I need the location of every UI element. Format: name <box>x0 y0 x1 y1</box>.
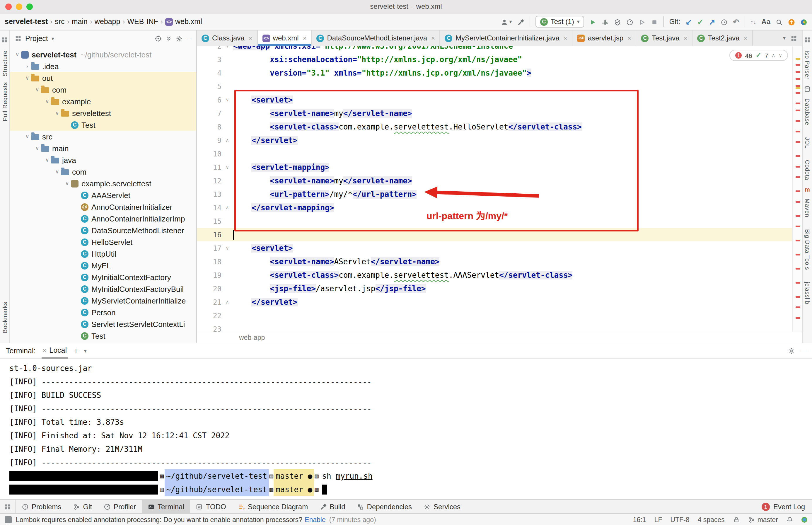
code-line-19[interactable]: 19 <servlet-class>com.example.servelette… <box>197 268 793 282</box>
inspections-widget[interactable]: ! 46 ✓ 7 ∧ ∨ <box>729 50 788 61</box>
run-button[interactable] <box>590 17 597 26</box>
tree-item-servelettest[interactable]: ∨servelettest <box>10 107 196 119</box>
terminal-settings-icon[interactable] <box>788 347 795 355</box>
tree-item-servelet-test[interactable]: ∨servelet-test~/github/servelet-test <box>10 49 196 60</box>
caret-position-widget[interactable]: 16:1 <box>633 516 646 523</box>
tool-window-switcher[interactable] <box>0 500 16 513</box>
tree-toggle[interactable]: ∨ <box>53 169 61 175</box>
code-line-11[interactable]: 11∨ <servlet-mapping> <box>197 161 793 174</box>
locate-file-button[interactable] <box>155 35 162 42</box>
tool-window-grid-icon[interactable] <box>1 34 8 45</box>
tree-toggle[interactable]: › <box>24 63 31 69</box>
code-line-18[interactable]: 18 <servlet-name>AServlet</servlet-name> <box>197 255 793 268</box>
code-line-21[interactable]: 21∧ </servlet> <box>197 295 793 309</box>
command-link[interactable]: myrun.sh <box>336 469 372 483</box>
settings-gear-icon[interactable] <box>176 35 183 42</box>
tool-strip-pull-requests[interactable]: Pull Requests <box>1 82 8 121</box>
tree-item-src[interactable]: ∨src <box>10 131 196 142</box>
breadcrumb-item[interactable]: servelet-test <box>5 18 48 26</box>
hidden-tabs-chevron[interactable]: ▾ <box>783 35 786 41</box>
statusbar-services[interactable]: Services <box>418 500 466 513</box>
breadcrumb-item[interactable]: WEB-INF <box>127 18 158 26</box>
encoding-widget[interactable]: UTF-8 <box>670 516 689 523</box>
editor-tab-Class-java[interactable]: CClass.java× <box>197 30 258 46</box>
code-line-8[interactable]: 8 <servlet-class>com.example.servelettes… <box>197 120 793 134</box>
statusbar-git[interactable]: Git <box>67 500 98 513</box>
tree-toggle[interactable]: ∨ <box>63 180 71 186</box>
breadcrumb-item[interactable]: main <box>72 18 88 26</box>
fold-marker[interactable]: ∨ <box>222 165 233 170</box>
code-line-3[interactable]: 3 xsi:schemaLocation="http://xmlns.jcp.o… <box>197 53 793 66</box>
tool-strip-database[interactable]: Database <box>804 85 811 131</box>
close-icon[interactable]: × <box>628 34 631 42</box>
code-line-5[interactable]: 5 <box>197 80 793 93</box>
debug-button[interactable] <box>602 17 609 26</box>
tool-strip-big-data-tools[interactable]: Big Data Tools <box>804 223 811 276</box>
fold-marker[interactable]: ∨ <box>222 97 233 103</box>
statusbar-dependencies[interactable]: Dependencies <box>351 500 418 513</box>
close-icon[interactable]: × <box>563 34 567 42</box>
close-icon[interactable]: × <box>431 34 435 42</box>
minimize-panel-button[interactable]: ─ <box>801 347 806 355</box>
tree-item-MyInitialContextFactoryBuil[interactable]: CMyInitialContextFactoryBuil <box>10 283 196 295</box>
editor-breadcrumb[interactable]: web-app <box>239 334 265 341</box>
tree-toggle[interactable]: ∨ <box>24 134 31 139</box>
tree-item-example-servelettest[interactable]: ∨example.servelettest <box>10 178 196 189</box>
close-icon[interactable]: × <box>43 347 46 354</box>
code-line-6[interactable]: 6∨ <servlet> <box>197 93 793 107</box>
tree-item-DataSourceMethodListener[interactable]: CDataSourceMethodListener <box>10 224 196 236</box>
terminal-tab-local[interactable]: × Local <box>41 343 68 359</box>
tree-item-MyEL[interactable]: CMyEL <box>10 259 196 271</box>
stop-button[interactable] <box>651 17 658 26</box>
editor-tab-MyServletContainerInitializer-java[interactable]: CMyServletContainerInitializer.java× <box>440 30 573 46</box>
tree-item-out[interactable]: ∨out <box>10 72 196 84</box>
close-icon[interactable]: × <box>303 34 307 42</box>
sort-icon[interactable]: ↑↓ <box>750 18 756 25</box>
run-config-selector[interactable]: C Test (1) ▾ <box>536 16 584 28</box>
tool-strip-jol[interactable]: JOL <box>804 131 811 154</box>
close-icon[interactable]: × <box>684 34 688 42</box>
git-commit-button[interactable]: ✓ <box>697 17 704 26</box>
fold-marker[interactable]: ∧ <box>222 205 233 210</box>
notification-action-link[interactable]: Enable <box>305 516 326 523</box>
tool-strip-structure[interactable]: Structure <box>1 50 8 76</box>
tree-toggle[interactable]: ∨ <box>14 51 21 57</box>
translate-button[interactable]: Aa <box>761 18 770 26</box>
tree-item-main[interactable]: ∨main <box>10 142 196 154</box>
event-log-button[interactable]: 1 Event Log <box>755 500 812 513</box>
code-line-20[interactable]: 20 <jsp-file>/aservlet.jsp</jsp-file> <box>197 282 793 295</box>
tree-item-HttpUtil[interactable]: CHttpUtil <box>10 248 196 259</box>
fold-marker[interactable]: ∨ <box>222 245 233 251</box>
tree-item-Test[interactable]: CTest <box>10 330 196 342</box>
fold-marker[interactable]: ∧ <box>222 138 233 143</box>
tree-toggle[interactable]: ∨ <box>33 145 41 151</box>
run-disabled-button[interactable] <box>639 17 646 26</box>
editor-options-icon[interactable] <box>790 33 797 43</box>
code-line-16[interactable]: 16 <box>197 228 793 241</box>
statusbar-build[interactable]: Build <box>314 500 351 513</box>
code-area[interactable]: 2∨<web-app xmlns:xsi="http://www.w3.org/… <box>197 46 793 332</box>
tool-strip-jclasslib[interactable]: jclasslib <box>804 276 811 310</box>
terminal-output[interactable]: st-1.0-sources.jar[INFO] ---------------… <box>0 359 812 499</box>
tree-item-Person[interactable]: CPerson <box>10 306 196 318</box>
git-branch-widget[interactable]: master <box>748 515 778 523</box>
prev-issue-button[interactable]: ∧ <box>772 53 776 58</box>
tree-item-MyServletContainerInitialize[interactable]: CMyServletContainerInitialize <box>10 295 196 306</box>
tree-toggle[interactable]: ∨ <box>43 99 51 104</box>
fold-marker[interactable]: ∧ <box>222 299 233 305</box>
code-line-17[interactable]: 17∨ <servlet> <box>197 241 793 255</box>
editor-tab-Test2-java[interactable]: CTest2.java× <box>693 30 753 46</box>
tool-strip-bookmarks[interactable]: Bookmarks <box>1 302 8 333</box>
chevron-down-icon[interactable]: ▾ <box>84 348 87 354</box>
breadcrumb-item[interactable]: webapp <box>95 18 120 26</box>
tree-toggle[interactable]: ∨ <box>24 75 31 81</box>
tree-item-AnnoContainerInitializer[interactable]: @AnnoContainerInitializer <box>10 201 196 213</box>
editor-tab-aservlet-jsp[interactable]: JSPaservlet.jsp× <box>573 30 636 46</box>
editor-tab-DataSourceMethodListener-java[interactable]: CDataSourceMethodListener.java× <box>312 30 440 46</box>
account-button[interactable]: ▾ <box>501 17 512 26</box>
breadcrumb-item[interactable]: src <box>55 18 64 26</box>
search-everywhere-button[interactable] <box>776 17 783 26</box>
tool-window-grid-icon[interactable] <box>804 34 811 45</box>
tree-item-AAAServlet[interactable]: CAAAServlet <box>10 189 196 201</box>
lock-icon[interactable] <box>733 516 740 523</box>
